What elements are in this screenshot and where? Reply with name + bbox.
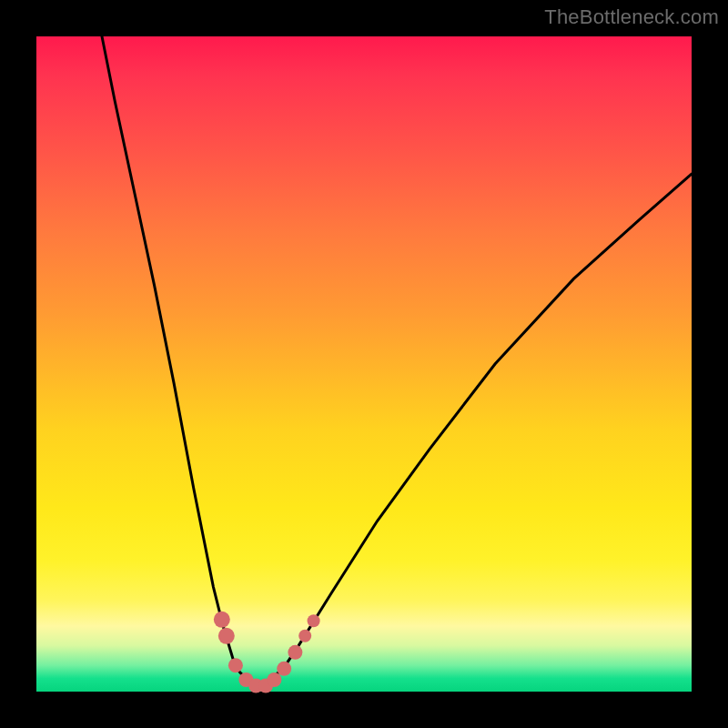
data-marker: [228, 658, 243, 672]
data-marker: [298, 630, 311, 642]
plot-area: [36, 36, 692, 692]
curve-layer: [36, 36, 692, 692]
data-marker: [308, 614, 320, 627]
curve-right-branch: [259, 174, 692, 688]
curve-left-branch: [102, 36, 259, 688]
data-marker: [288, 645, 302, 660]
data-marker: [214, 612, 230, 628]
chart-frame: TheBottleneck.com: [0, 0, 728, 728]
data-marker: [267, 672, 281, 687]
data-marker: [218, 628, 235, 644]
watermark-text: TheBottleneck.com: [544, 5, 719, 29]
data-marker: [277, 662, 291, 676]
